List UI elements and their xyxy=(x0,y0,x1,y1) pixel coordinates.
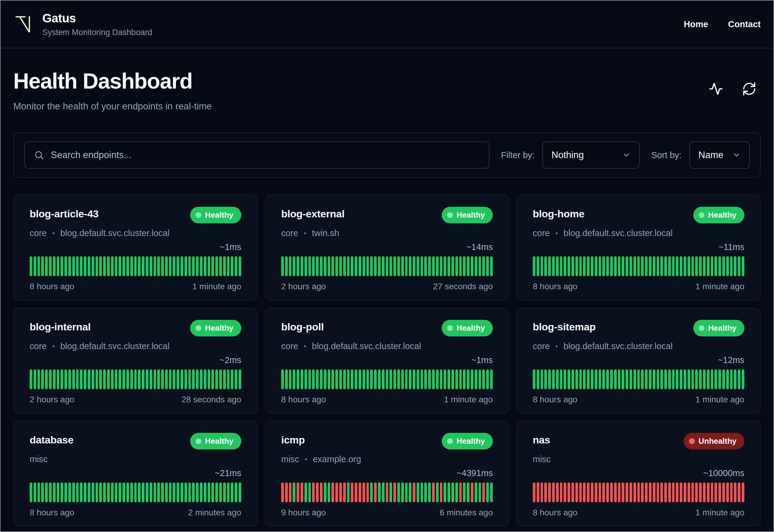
latency-label: ~11ms xyxy=(533,242,744,252)
status-dot-icon xyxy=(196,438,201,444)
status-badge: Healthy xyxy=(442,320,493,336)
endpoint-name: blog-home xyxy=(533,208,584,220)
latency-label: ~12ms xyxy=(533,355,744,365)
timestamp-oldest: 8 hours ago xyxy=(533,508,577,517)
endpoint-card[interactable]: blog-article-43 Healthy core • blog.defa… xyxy=(13,195,258,300)
uptime-bars[interactable] xyxy=(533,256,744,276)
endpoint-group: misc xyxy=(533,454,551,464)
activity-icon[interactable] xyxy=(709,82,723,96)
timestamp-newest: 1 minute ago xyxy=(192,282,241,291)
endpoint-name: blog-poll xyxy=(281,321,324,333)
header-actions xyxy=(709,82,756,96)
status-label: Healthy xyxy=(205,323,233,333)
endpoint-host: blog.default.svc.cluster.local xyxy=(312,341,421,351)
endpoint-card[interactable]: blog-sitemap Healthy core • blog.default… xyxy=(516,308,761,414)
status-badge: Healthy xyxy=(442,207,493,223)
endpoint-host: blog.default.svc.cluster.local xyxy=(60,228,170,238)
endpoint-card[interactable]: blog-external Healthy core • twin.sh ~14… xyxy=(265,195,509,300)
endpoint-card[interactable]: blog-poll Healthy core • blog.default.sv… xyxy=(265,308,509,414)
status-label: Healthy xyxy=(457,436,485,446)
uptime-bars[interactable] xyxy=(533,369,744,389)
filter-toolbar: Filter by: Nothing Sort by: Name xyxy=(13,132,761,178)
app-logo[interactable] xyxy=(13,14,34,35)
endpoint-name: blog-external xyxy=(281,208,345,220)
latency-label: ~14ms xyxy=(281,242,493,252)
endpoint-name: blog-internal xyxy=(30,321,91,333)
endpoint-group: core xyxy=(281,228,298,238)
status-label: Healthy xyxy=(457,323,485,333)
endpoint-host: blog.default.svc.cluster.local xyxy=(564,341,673,351)
refresh-icon[interactable] xyxy=(742,82,756,96)
latency-label: ~2ms xyxy=(30,355,241,365)
main-content: Health Dashboard Monitor the health of y… xyxy=(1,66,773,527)
endpoint-group: core xyxy=(30,228,47,238)
endpoint-name: database xyxy=(30,434,73,446)
uptime-bars[interactable] xyxy=(30,256,241,276)
endpoint-group: core xyxy=(30,341,47,351)
status-label: Unhealthy xyxy=(698,436,737,446)
uptime-bars[interactable] xyxy=(533,482,744,502)
filter-by-label: Filter by: xyxy=(501,150,535,160)
timestamp-oldest: 9 hours ago xyxy=(281,508,326,517)
page-title: Health Dashboard xyxy=(13,69,192,93)
nav-link-contact[interactable]: Contact xyxy=(728,19,761,29)
filter-select[interactable]: Nothing xyxy=(542,141,640,169)
endpoint-group: misc xyxy=(281,454,299,464)
status-label: Healthy xyxy=(708,323,737,333)
timestamp-oldest: 2 hours ago xyxy=(30,395,74,404)
timestamp-oldest: 2 hours ago xyxy=(281,282,326,291)
status-badge: Healthy xyxy=(442,433,493,449)
endpoint-group: core xyxy=(533,341,550,351)
status-label: Healthy xyxy=(205,436,233,446)
endpoint-host: twin.sh xyxy=(312,228,339,238)
latency-label: ~1ms xyxy=(281,355,493,365)
status-badge: Healthy xyxy=(190,320,241,336)
search-input[interactable] xyxy=(51,150,480,161)
brand-title: Gatus xyxy=(42,11,152,25)
timestamp-newest: 1 minute ago xyxy=(695,508,744,517)
status-label: Healthy xyxy=(457,210,485,220)
separator-dot: • xyxy=(555,229,558,238)
status-dot-icon xyxy=(689,438,695,444)
endpoint-card[interactable]: blog-home Healthy core • blog.default.sv… xyxy=(516,195,761,300)
uptime-bars[interactable] xyxy=(281,482,493,502)
timestamp-oldest: 8 hours ago xyxy=(533,395,577,404)
separator-dot: • xyxy=(555,342,558,351)
endpoint-host: blog.default.svc.cluster.local xyxy=(564,228,673,238)
latency-label: ~1ms xyxy=(30,242,241,252)
timestamp-oldest: 8 hours ago xyxy=(281,395,326,404)
search-icon xyxy=(34,150,44,160)
endpoint-card[interactable]: database Healthy misc • ~21ms 8 hours ag… xyxy=(13,421,258,527)
status-dot-icon xyxy=(447,325,453,331)
chevron-down-icon xyxy=(622,151,631,159)
endpoint-card[interactable]: nas Unhealthy misc • ~10000ms 8 hours ag… xyxy=(516,421,761,527)
status-dot-icon xyxy=(699,325,704,331)
uptime-bars[interactable] xyxy=(30,482,241,502)
timestamp-newest: 1 minute ago xyxy=(695,282,744,291)
uptime-bars[interactable] xyxy=(281,256,493,276)
status-dot-icon xyxy=(196,212,201,218)
status-dot-icon xyxy=(447,212,453,218)
sort-select[interactable]: Name xyxy=(689,141,750,169)
status-badge: Unhealthy xyxy=(684,433,744,449)
timestamp-newest: 2 minutes ago xyxy=(188,508,241,517)
search-box[interactable] xyxy=(24,141,489,169)
uptime-bars[interactable] xyxy=(30,369,241,389)
nav-link-home[interactable]: Home xyxy=(684,19,708,29)
timestamp-oldest: 8 hours ago xyxy=(30,508,74,517)
endpoint-card[interactable]: blog-internal Healthy core • blog.defaul… xyxy=(13,308,258,414)
separator-dot: • xyxy=(304,342,306,351)
brand-subtitle: System Monitoring Dashboard xyxy=(42,28,152,37)
timestamp-oldest: 8 hours ago xyxy=(30,282,74,291)
endpoint-card[interactable]: icmp Healthy misc • example.org ~4391ms … xyxy=(265,421,509,527)
separator-dot: • xyxy=(305,455,307,464)
tn-monogram-icon xyxy=(13,14,34,35)
status-badge: Healthy xyxy=(693,320,744,336)
status-label: Healthy xyxy=(205,210,233,220)
endpoint-group: misc xyxy=(30,454,48,464)
timestamp-newest: 28 seconds ago xyxy=(181,395,241,404)
status-badge: Healthy xyxy=(693,207,744,223)
latency-label: ~10000ms xyxy=(533,468,744,478)
timestamp-newest: 1 minute ago xyxy=(444,395,493,404)
uptime-bars[interactable] xyxy=(281,369,493,389)
